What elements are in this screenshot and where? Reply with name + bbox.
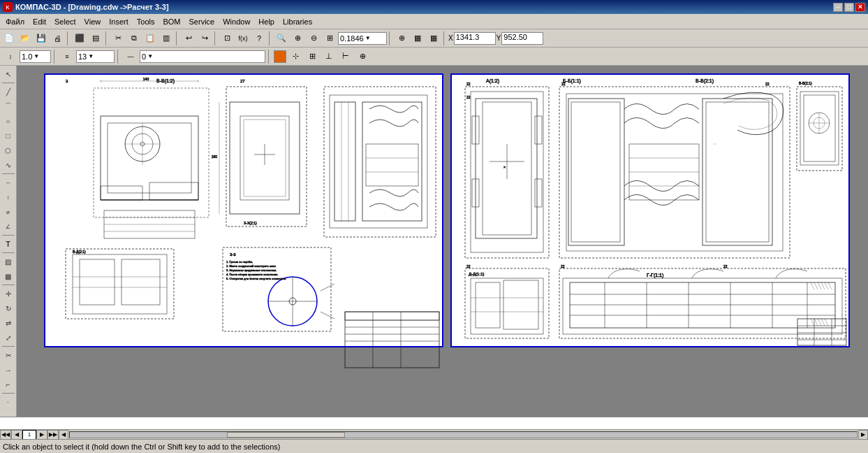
coord-x-input[interactable]: 1341.3 xyxy=(454,32,496,45)
command-input-bar xyxy=(0,417,868,429)
svg-text:В-В(2:1): В-В(2:1) xyxy=(696,78,714,84)
menu-insert[interactable]: Insert xyxy=(105,16,133,27)
menu-tools[interactable]: Tools xyxy=(133,16,159,27)
line-width-combo[interactable]: 1.0 ▼ xyxy=(20,50,51,63)
tb-btn-10[interactable]: ▥ xyxy=(159,31,174,46)
style-combo[interactable]: 0 ▼ xyxy=(140,50,265,63)
save-button[interactable]: 💾 xyxy=(34,31,49,46)
svg-text:2. Места соединений законтрить: 2. Места соединений законтрить мест. xyxy=(226,264,276,268)
layer-combo[interactable]: 13 ▼ xyxy=(76,50,115,63)
svg-text:Б-Б(1:1): Б-Б(1:1) xyxy=(563,78,581,84)
lt-dim-btn[interactable]: ↔ xyxy=(1,175,15,189)
cut-button[interactable]: ✂ xyxy=(110,31,126,46)
grid-btn[interactable]: ⊞ xyxy=(304,49,320,64)
print-button[interactable]: 🖨 xyxy=(50,31,65,46)
drawing-canvas-area[interactable]: В-В(1:2) 3 27 xyxy=(17,66,868,417)
lt-line-btn[interactable]: ╱ xyxy=(1,85,15,99)
lt-circle-btn[interactable]: ○ xyxy=(1,114,15,128)
titlebar-left: K КОМПАС-3D - [Drawing.cdw ->Расчет 3-3] xyxy=(3,2,169,12)
tb-btn-14[interactable]: ⊡ xyxy=(219,31,235,46)
hscroll-thumb[interactable] xyxy=(227,432,345,438)
lt-dim2-btn[interactable]: ↕ xyxy=(1,190,15,204)
titlebar: K КОМПАС-3D - [Drawing.cdw ->Расчет 3-3]… xyxy=(0,0,868,14)
lt-poly-btn[interactable]: ⬡ xyxy=(1,143,15,157)
restore-button[interactable]: □ xyxy=(844,3,854,12)
app-logo-icon: K xyxy=(3,2,13,12)
snap2-btn[interactable]: ⊕ xyxy=(355,49,370,64)
tb-btn-23[interactable]: ▦ xyxy=(426,31,441,46)
color-btn[interactable] xyxy=(274,50,286,63)
menu-service[interactable]: Service xyxy=(185,16,219,27)
menu-help[interactable]: Help xyxy=(254,16,279,27)
zoom-fit-btn[interactable]: ⊕ xyxy=(290,31,305,46)
lt-trim-btn[interactable]: ✂ xyxy=(1,348,15,362)
copy-button[interactable]: ⧉ xyxy=(126,31,142,46)
lt-arc-btn[interactable]: ⌒ xyxy=(1,99,15,113)
sep5 xyxy=(269,31,272,45)
svg-text:В-Д(2:1): В-Д(2:1) xyxy=(73,250,86,254)
lt-sep5 xyxy=(2,285,15,285)
coord-y-input[interactable]: 952.50 xyxy=(501,32,543,45)
pan-btn[interactable]: ⊕ xyxy=(394,31,409,46)
menu-view[interactable]: View xyxy=(80,16,105,27)
tb-btn-5[interactable]: ⬛ xyxy=(72,31,87,46)
help-btn[interactable]: ? xyxy=(251,31,267,46)
scroll-left-btn[interactable]: ◀ xyxy=(59,430,68,440)
lt-hatch-btn[interactable]: ▨ xyxy=(1,254,15,268)
svg-text:1. Гресов по чертёж.: 1. Гресов по чертёж. xyxy=(226,260,253,264)
scroll-right-btn[interactable]: ▶ xyxy=(858,430,868,440)
snap-btn[interactable]: ⊹ xyxy=(288,49,303,64)
menu-file[interactable]: Файл xyxy=(1,16,29,27)
zoom-in-btn[interactable]: 🔍 xyxy=(274,31,289,46)
left-toolbar: ↖ ╱ ⌒ ○ □ ⬡ ∿ ↔ ↕ ⌀ ∠ T ▨ ▩ ✛ ↻ ⇌ ⤢ ✂ → xyxy=(0,66,17,417)
lt-select-btn[interactable]: ↖ xyxy=(1,67,15,81)
tb-btn-6[interactable]: ▤ xyxy=(88,31,103,46)
menu-select[interactable]: Select xyxy=(50,16,80,27)
menu-edit[interactable]: Edit xyxy=(29,16,50,27)
style-icon: — xyxy=(123,49,138,64)
lt-rotate-btn[interactable]: ↻ xyxy=(1,301,15,315)
next-page-btn[interactable]: ▶ xyxy=(36,430,47,440)
formula-btn[interactable]: f(x) xyxy=(235,31,251,46)
lt-fillet-btn[interactable]: ⌐ xyxy=(1,378,15,391)
sep6 xyxy=(389,31,392,45)
lt-dim4-btn[interactable]: ∠ xyxy=(1,220,15,233)
lt-scale-btn[interactable]: ⤢ xyxy=(1,331,15,345)
zoom-win-btn[interactable]: ⊞ xyxy=(322,31,337,46)
titlebar-controls: ─ □ ✕ xyxy=(833,3,865,12)
first-page-btn[interactable]: ◀◀ xyxy=(0,430,11,440)
lt-fill-btn[interactable]: ▩ xyxy=(1,269,15,283)
page1-btn[interactable]: 1 xyxy=(22,430,36,440)
zoom-out-btn[interactable]: ⊖ xyxy=(306,31,321,46)
lt-point-btn[interactable]: · xyxy=(1,395,15,409)
menu-libraries[interactable]: Libraries xyxy=(279,16,316,27)
t2-btn1[interactable]: ↕ xyxy=(3,49,18,64)
hscroll-track[interactable] xyxy=(69,431,858,438)
redo-button[interactable]: ↪ xyxy=(197,31,212,46)
menu-window[interactable]: Window xyxy=(219,16,254,27)
lt-mirror-btn[interactable]: ⇌ xyxy=(1,316,15,330)
minimize-button[interactable]: ─ xyxy=(833,3,843,12)
prev-page-btn[interactable]: ◀ xyxy=(11,430,22,440)
svg-text:27: 27 xyxy=(240,79,245,83)
last-page-btn[interactable]: ▶▶ xyxy=(47,430,59,440)
tb-btn-22[interactable]: ▦ xyxy=(410,31,425,46)
lt-spline-btn[interactable]: ∿ xyxy=(1,158,15,172)
lt-dim3-btn[interactable]: ⌀ xyxy=(1,205,15,219)
lt-rect-btn[interactable]: □ xyxy=(1,129,15,143)
lt-extend-btn[interactable]: → xyxy=(1,363,15,377)
horizontal-scrollbar[interactable]: ◀◀ ◀ 1 ▶ ▶▶ ◀ ▶ xyxy=(0,429,868,439)
new-button[interactable]: 📄 xyxy=(1,31,17,46)
svg-text:3. Неуказаны предельные отклон: 3. Неуказаны предельные отклонения. xyxy=(226,268,277,272)
open-button[interactable]: 📂 xyxy=(17,31,33,46)
t2-btn-misc[interactable]: ⊢ xyxy=(338,49,353,64)
undo-button[interactable]: ↩ xyxy=(181,31,196,46)
menu-bom[interactable]: BOM xyxy=(159,16,184,27)
lt-move-btn[interactable]: ✛ xyxy=(1,287,15,301)
command-input-field[interactable] xyxy=(3,419,865,429)
ortho-btn[interactable]: ⊥ xyxy=(321,49,337,64)
lt-text-btn[interactable]: T xyxy=(1,237,15,251)
zoom-combo[interactable]: 0.1846 ▼ xyxy=(338,32,387,45)
close-button[interactable]: ✕ xyxy=(855,3,865,12)
paste-button[interactable]: 📋 xyxy=(142,31,158,46)
